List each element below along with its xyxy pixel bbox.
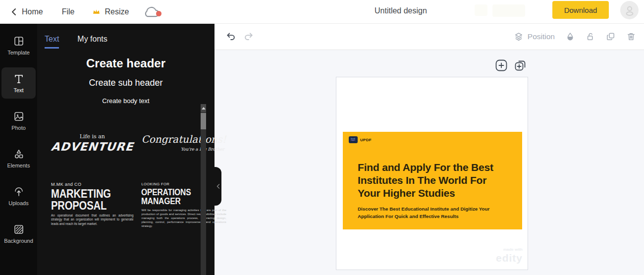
- brand-name: UPDF: [360, 138, 372, 142]
- sidebar-item-uploads[interactable]: Uploads: [1, 180, 36, 212]
- sidebar-item-label: Uploads: [8, 200, 28, 206]
- ghost-element: [492, 4, 525, 17]
- sidebar-item-label: Template: [7, 50, 30, 55]
- panel-collapse-handle[interactable]: [215, 167, 221, 206]
- design-title[interactable]: Untitled design: [375, 6, 427, 15]
- font-style-marketing-proposal[interactable]: M.MK and CO MARKETING PROPOSAL An operat…: [51, 182, 133, 228]
- banner-subheading[interactable]: Discover The Best Educational Institute …: [358, 206, 502, 220]
- sidebar-item-background[interactable]: Background: [1, 218, 36, 249]
- duplicate-button[interactable]: [606, 32, 616, 42]
- banner-heading[interactable]: Find and Apply For the Best Institutes I…: [358, 161, 503, 200]
- duplicate-page-button[interactable]: [514, 59, 527, 72]
- design-banner[interactable]: UPDF Find and Apply For the Best Institu…: [343, 132, 522, 229]
- style-main-text: Congratulations!: [141, 133, 226, 145]
- style-main-text: ADVENTURE: [51, 140, 134, 153]
- sidebar-item-label: Background: [4, 238, 33, 244]
- watermark-brand: edity: [496, 253, 523, 263]
- template-icon: [13, 35, 25, 47]
- resize-button[interactable]: Resize: [92, 7, 129, 16]
- brand-logo: UPDF: [349, 136, 372, 143]
- canvas-area[interactable]: UPDF Find and Apply For the Best Institu…: [215, 51, 644, 275]
- text-panel: Text My fonts Create header Create sub h…: [37, 24, 215, 275]
- sidebar-item-text[interactable]: Text: [1, 67, 36, 99]
- style-body-text: An operational document that outlines an…: [51, 214, 133, 226]
- home-button[interactable]: Home: [11, 7, 43, 16]
- droplet-icon: [565, 32, 575, 42]
- watermark: made with edity: [496, 248, 523, 263]
- artboard-page[interactable]: UPDF Find and Apply For the Best Institu…: [336, 77, 528, 270]
- ghost-element: [475, 4, 487, 16]
- scroll-up-button[interactable]: [201, 104, 206, 112]
- create-subheader-button[interactable]: Create sub header: [37, 78, 215, 88]
- redo-icon: [243, 31, 254, 43]
- crown-icon: [92, 8, 101, 15]
- sidebar-item-label: Elements: [7, 163, 30, 168]
- back-chevron-icon: [11, 8, 17, 16]
- sidebar-item-elements[interactable]: Elements: [1, 143, 36, 174]
- add-page-button[interactable]: [495, 59, 508, 72]
- undo-icon: [225, 31, 237, 43]
- up-arrow-icon: [202, 107, 206, 110]
- tab-text[interactable]: Text: [45, 35, 59, 49]
- elements-icon: [13, 148, 25, 160]
- style-body-text: Will be responsible for managing activit…: [141, 208, 226, 228]
- collapse-chevron-icon: [216, 184, 220, 189]
- upload-icon: [13, 186, 25, 198]
- sidebar-item-label: Photo: [11, 125, 26, 131]
- home-label: Home: [22, 7, 43, 16]
- sidebar-item-template[interactable]: Template: [1, 30, 36, 61]
- position-button[interactable]: Position: [514, 32, 555, 42]
- avatar[interactable]: [620, 1, 639, 19]
- scrollbar-thumb[interactable]: [201, 113, 206, 129]
- style-sub-text: You're a Big Brother: [141, 147, 226, 152]
- file-label: File: [62, 7, 75, 16]
- sync-status-dot: [156, 11, 161, 16]
- font-styles-grid: Life is an ADVENTURE Congratulations! Yo…: [37, 133, 215, 228]
- watermark-text: made with: [496, 248, 523, 252]
- file-menu-button[interactable]: File: [62, 7, 75, 16]
- style-top-text: Life is an: [51, 133, 133, 140]
- sidebar-item-photo[interactable]: Photo: [1, 105, 36, 136]
- redo-button[interactable]: [243, 31, 254, 43]
- resize-label: Resize: [105, 7, 129, 16]
- trash-icon: [626, 32, 636, 42]
- tab-my-fonts[interactable]: My fonts: [77, 35, 107, 49]
- sidebar: Template Text Photo Elements Uploads: [0, 24, 37, 275]
- sidebar-item-label: Text: [13, 87, 23, 93]
- undo-button[interactable]: [225, 31, 237, 43]
- cloud-sync-button[interactable]: [143, 5, 161, 18]
- style-top-text: M.MK and CO: [51, 182, 133, 187]
- delete-button[interactable]: [626, 32, 636, 42]
- style-top-text: LOOKING FOR: [141, 182, 226, 186]
- background-icon: [13, 223, 25, 235]
- plus-duplicate-icon: [514, 59, 527, 72]
- user-icon: [624, 4, 636, 16]
- updf-logo-icon: [349, 136, 358, 143]
- position-label: Position: [528, 32, 555, 41]
- duplicate-icon: [606, 32, 616, 42]
- panel-scrollbar[interactable]: [201, 104, 206, 275]
- transparency-button[interactable]: [565, 32, 575, 42]
- unlock-icon: [586, 32, 595, 42]
- panel-tabs: Text My fonts: [37, 24, 215, 49]
- font-style-operations-manager[interactable]: LOOKING FOR OPERATIONS MANAGER Will be r…: [141, 182, 226, 228]
- photo-icon: [13, 110, 25, 122]
- layers-icon: [514, 32, 524, 42]
- style-main-text: OPERATIONS MANAGER: [141, 188, 219, 206]
- lock-button[interactable]: [586, 32, 595, 42]
- text-icon: [13, 73, 25, 85]
- canvas-toolbar: Position: [215, 24, 644, 50]
- download-button[interactable]: Download: [552, 1, 609, 19]
- plus-square-icon: [495, 59, 508, 72]
- create-header-button[interactable]: Create header: [37, 56, 215, 70]
- style-main-text: MARKETING PROPOSAL: [51, 188, 127, 212]
- font-style-congratulations[interactable]: Congratulations! You're a Big Brother: [141, 133, 226, 153]
- create-bodytext-button[interactable]: Create body text: [37, 97, 215, 105]
- top-bar: Home File Resize Untitled design Downloa…: [0, 0, 644, 24]
- font-style-adventure[interactable]: Life is an ADVENTURE: [51, 133, 133, 153]
